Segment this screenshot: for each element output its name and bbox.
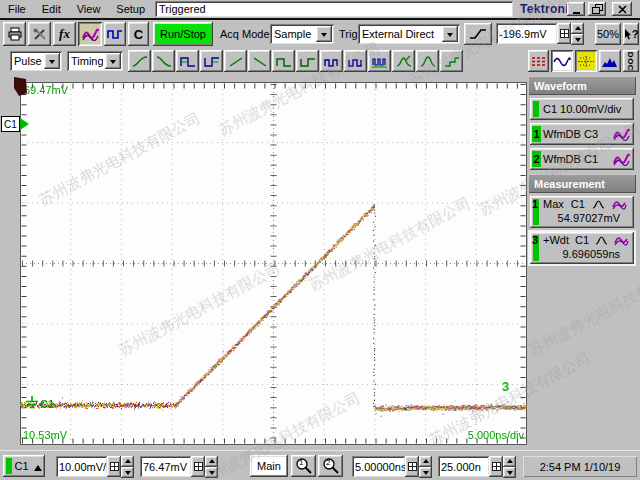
meas-peak-button[interactable] [416, 50, 439, 72]
graticule-style-button[interactable] [575, 50, 597, 72]
trigger-level-keypad-button[interactable] [557, 23, 571, 44]
acq-mode-dropdown-arrow-icon[interactable] [316, 26, 332, 42]
menu-view[interactable]: View [69, 1, 109, 18]
vertical-scale-field[interactable]: 10.00mV/ [56, 456, 107, 477]
acq-mode-label: Acq Mode [220, 28, 270, 40]
green-bar [533, 101, 539, 117]
measurement-1-number: 1 [532, 198, 538, 210]
minimize-icon [573, 12, 580, 14]
magnifier-icon [295, 458, 313, 474]
restore-icon [592, 4, 603, 14]
meas-neg-pulse-button[interactable] [296, 50, 319, 72]
meas-rise-time-button[interactable] [128, 50, 151, 72]
vertical-position-keypad-button[interactable] [191, 456, 205, 477]
record-length-up-button[interactable] [503, 456, 516, 467]
trigger-source-select[interactable]: External Direct [358, 24, 460, 44]
measure-class-dropdown-arrow-icon[interactable] [44, 53, 60, 69]
measurement-3-number: 3 [532, 234, 538, 246]
measurement-1-name: Max [543, 198, 564, 210]
clear-button[interactable]: C [128, 22, 149, 46]
print-button[interactable] [3, 22, 26, 46]
fall-time-icon [155, 55, 173, 68]
waveform-display-button[interactable] [78, 22, 102, 46]
measurement-1-source: C1 [571, 198, 585, 210]
minimize-button[interactable] [567, 2, 585, 16]
wfmdb1-button[interactable]: 1 WfmDB C3 [530, 123, 634, 145]
menu-setup[interactable]: Setup [108, 1, 153, 18]
measurement-3-name: +Wdt [543, 234, 569, 246]
menu-file[interactable]: File [0, 1, 34, 18]
trigger-level-field[interactable]: -196.9mV [496, 23, 557, 44]
timebase-field[interactable]: 5.00000ns [352, 456, 405, 477]
measure-group-select[interactable]: Timing [67, 51, 123, 71]
acq-mode-select[interactable]: Sample [270, 24, 334, 44]
timebase-label: 5.000ns/div [424, 429, 524, 441]
meas-pos-duty-button[interactable] [320, 50, 343, 72]
context-help-button[interactable]: ? [623, 23, 639, 45]
vertical-position-up-button[interactable] [205, 456, 218, 467]
vertical-scale-up-button[interactable] [121, 456, 134, 467]
measure-class-select[interactable]: Pulse [10, 51, 62, 71]
trigger-set-50-button[interactable]: 50% [595, 23, 621, 45]
timebase-down-button[interactable] [419, 467, 432, 478]
purple-wave-icon [614, 234, 629, 246]
burst-icon [371, 55, 389, 68]
double-pulse-icon [323, 55, 341, 68]
meas-rise-slope-button[interactable] [224, 50, 247, 72]
record-length-keypad-button[interactable] [489, 456, 503, 477]
measurement-1-button[interactable]: 1 Max C1 54.97027mV [530, 196, 634, 228]
run-stop-label: Run/Stop [160, 28, 206, 40]
tools-button[interactable] [28, 22, 51, 46]
vertical-scale-down-button[interactable] [121, 467, 134, 478]
trigger-slope-button[interactable] [464, 23, 492, 45]
rise-time-icon [131, 55, 149, 68]
wfmdb2-button[interactable]: 2 WfmDB C1 [530, 148, 634, 170]
trigger-status-text: Triggered [159, 3, 206, 15]
restore-button[interactable] [588, 2, 606, 16]
trigger-level-down-button[interactable] [571, 34, 584, 45]
meas-pos-width-button[interactable] [176, 50, 199, 72]
record-length-down-button[interactable] [503, 467, 516, 478]
meas-peak-arrow-button[interactable] [392, 50, 415, 72]
trigger-source-dropdown-arrow-icon[interactable] [442, 26, 458, 42]
meas-pos-pulse-button[interactable] [272, 50, 295, 72]
doc-rotated-button[interactable]: DOC [623, 50, 639, 72]
meas-neg-duty-button[interactable] [344, 50, 367, 72]
channel-select-label: C1 [14, 460, 28, 472]
meas-neg-width-button[interactable] [200, 50, 223, 72]
meas-fall-slope-button[interactable] [248, 50, 271, 72]
run-stop-button[interactable]: Run/Stop [153, 22, 213, 46]
histogram-button[interactable] [599, 50, 621, 72]
meas-step-button[interactable] [440, 50, 463, 72]
zoom-2-button[interactable]: 2 [318, 455, 343, 477]
down-arrow-icon [209, 471, 215, 478]
record-length-field[interactable]: 25.000n [438, 456, 489, 477]
meas-fall-time-button[interactable] [152, 50, 175, 72]
measure-group-dropdown-arrow-icon[interactable] [105, 53, 121, 69]
menu-edit[interactable]: Edit [34, 1, 69, 18]
measurement-3-button[interactable]: 3 +Wdt C1 9.696059ns [530, 232, 634, 264]
channel-scale-button[interactable]: C1 10.00mV/div [530, 98, 634, 120]
oscilloscope-screen: File Edit View Setup Utilities Help Trig… [0, 0, 640, 480]
channel-marker[interactable]: C1 [1, 116, 20, 132]
keypad-icon [408, 462, 417, 471]
vertical-scale-keypad-button[interactable] [107, 456, 121, 477]
ground-channel-label: C1 [40, 398, 54, 410]
trigger-level-up-button[interactable] [571, 23, 584, 34]
zoom-1-button[interactable]: 1 [291, 455, 316, 477]
close-button[interactable] [612, 2, 632, 16]
vertical-setup-button[interactable] [104, 22, 126, 46]
timebase-keypad-button[interactable] [405, 456, 419, 477]
vertical-position-down-button[interactable] [205, 467, 218, 478]
histogram-icon [601, 55, 619, 68]
horizontal-mode-button[interactable]: Main [250, 455, 288, 477]
close-icon [618, 5, 627, 14]
wfmdb2-number: 2 [532, 151, 541, 167]
math-fx-button[interactable]: fx [53, 22, 76, 46]
cursors-button[interactable] [528, 50, 549, 72]
meas-burst-width-button[interactable] [368, 50, 391, 72]
waveform-view-button[interactable] [551, 50, 573, 72]
channel-select-button[interactable]: C1 [3, 455, 45, 477]
vertical-position-field[interactable]: 76.47mV [140, 456, 191, 477]
timebase-up-button[interactable] [419, 456, 432, 467]
